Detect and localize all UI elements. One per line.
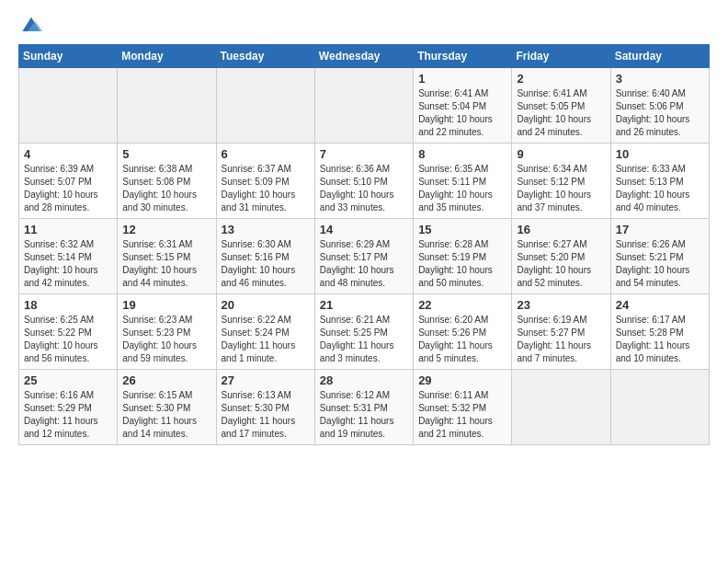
daylight-label: Daylight: 10 hours and 42 minutes. — [24, 265, 98, 288]
sunrise-label: Sunrise: 6:39 AM — [24, 164, 94, 174]
day-cell: 26 Sunrise: 6:15 AM Sunset: 5:30 PM Dayl… — [118, 370, 216, 445]
header — [18, 15, 710, 35]
sunrise-label: Sunrise: 6:34 AM — [517, 164, 586, 174]
sunset-label: Sunset: 5:04 PM — [418, 101, 486, 111]
daylight-label: Daylight: 11 hours and 7 minutes. — [517, 340, 591, 363]
day-info: Sunrise: 6:17 AM Sunset: 5:28 PM Dayligh… — [616, 314, 704, 365]
sunset-label: Sunset: 5:10 PM — [320, 177, 388, 187]
sunset-label: Sunset: 5:24 PM — [222, 327, 290, 338]
day-info: Sunrise: 6:15 AM Sunset: 5:30 PM Dayligh… — [122, 389, 210, 441]
day-number: 7 — [320, 147, 408, 161]
sunrise-label: Sunrise: 6:32 AM — [24, 239, 94, 249]
weekday-header-wednesday: Wednesday — [314, 45, 413, 68]
day-cell: 6 Sunrise: 6:37 AM Sunset: 5:09 PM Dayli… — [216, 144, 314, 219]
daylight-label: Daylight: 10 hours and 24 minutes. — [517, 114, 591, 137]
day-number: 27 — [222, 373, 310, 387]
sunset-label: Sunset: 5:13 PM — [616, 177, 684, 187]
day-info: Sunrise: 6:20 AM Sunset: 5:26 PM Dayligh… — [418, 314, 506, 365]
sunset-label: Sunset: 5:08 PM — [122, 177, 190, 187]
day-info: Sunrise: 6:26 AM Sunset: 5:21 PM Dayligh… — [616, 238, 704, 290]
day-number: 24 — [616, 298, 704, 312]
day-cell: 10 Sunrise: 6:33 AM Sunset: 5:13 PM Dayl… — [610, 144, 709, 219]
daylight-label: Daylight: 11 hours and 19 minutes. — [320, 416, 394, 439]
sunset-label: Sunset: 5:14 PM — [24, 252, 92, 262]
day-number: 1 — [418, 72, 506, 86]
day-cell — [512, 370, 610, 445]
sunset-label: Sunset: 5:25 PM — [320, 327, 388, 338]
day-number: 13 — [222, 223, 310, 236]
sunset-label: Sunset: 5:21 PM — [616, 252, 684, 262]
week-row-1: 1 Sunrise: 6:41 AM Sunset: 5:04 PM Dayli… — [19, 68, 710, 144]
daylight-label: Daylight: 11 hours and 17 minutes. — [222, 416, 296, 439]
daylight-label: Daylight: 10 hours and 22 minutes. — [418, 114, 493, 137]
day-number: 28 — [320, 373, 408, 387]
day-cell: 17 Sunrise: 6:26 AM Sunset: 5:21 PM Dayl… — [610, 219, 709, 294]
sunrise-label: Sunrise: 6:23 AM — [122, 315, 192, 325]
sunrise-label: Sunrise: 6:15 AM — [122, 390, 192, 400]
daylight-label: Daylight: 10 hours and 31 minutes. — [222, 190, 296, 213]
day-cell: 21 Sunrise: 6:21 AM Sunset: 5:25 PM Dayl… — [314, 294, 413, 370]
day-info: Sunrise: 6:34 AM Sunset: 5:12 PM Dayligh… — [517, 163, 605, 214]
day-number: 22 — [418, 298, 506, 312]
day-info: Sunrise: 6:30 AM Sunset: 5:16 PM Dayligh… — [222, 238, 310, 290]
day-number: 20 — [222, 298, 310, 312]
day-cell — [314, 68, 413, 144]
daylight-label: Daylight: 11 hours and 14 minutes. — [122, 416, 197, 439]
day-info: Sunrise: 6:23 AM Sunset: 5:23 PM Dayligh… — [122, 314, 210, 365]
day-number: 10 — [616, 147, 704, 161]
daylight-label: Daylight: 10 hours and 33 minutes. — [320, 190, 394, 213]
logo — [18, 15, 48, 35]
week-row-3: 11 Sunrise: 6:32 AM Sunset: 5:14 PM Dayl… — [19, 219, 710, 294]
sunrise-label: Sunrise: 6:13 AM — [222, 390, 291, 400]
day-cell: 9 Sunrise: 6:34 AM Sunset: 5:12 PM Dayli… — [512, 144, 610, 219]
day-number: 9 — [517, 147, 605, 161]
sunset-label: Sunset: 5:28 PM — [616, 327, 684, 338]
day-number: 5 — [122, 147, 210, 161]
sunset-label: Sunset: 5:17 PM — [320, 252, 388, 262]
daylight-label: Daylight: 10 hours and 30 minutes. — [122, 190, 197, 213]
day-number: 11 — [24, 223, 112, 236]
daylight-label: Daylight: 10 hours and 50 minutes. — [418, 265, 493, 288]
day-info: Sunrise: 6:27 AM Sunset: 5:20 PM Dayligh… — [517, 238, 605, 290]
day-number: 29 — [418, 373, 506, 387]
day-number: 3 — [616, 72, 704, 86]
page: SundayMondayTuesdayWednesdayThursdayFrid… — [0, 0, 728, 563]
sunrise-label: Sunrise: 6:41 AM — [517, 88, 586, 98]
day-number: 25 — [24, 373, 112, 387]
day-cell: 12 Sunrise: 6:31 AM Sunset: 5:15 PM Dayl… — [118, 219, 216, 294]
sunset-label: Sunset: 5:12 PM — [517, 177, 585, 187]
day-info: Sunrise: 6:29 AM Sunset: 5:17 PM Dayligh… — [320, 238, 408, 290]
day-cell: 4 Sunrise: 6:39 AM Sunset: 5:07 PM Dayli… — [19, 144, 118, 219]
day-info: Sunrise: 6:37 AM Sunset: 5:09 PM Dayligh… — [222, 163, 310, 214]
sunrise-label: Sunrise: 6:21 AM — [320, 315, 390, 325]
day-info: Sunrise: 6:11 AM Sunset: 5:32 PM Dayligh… — [418, 389, 506, 441]
weekday-header-sunday: Sunday — [19, 45, 118, 68]
sunrise-label: Sunrise: 6:11 AM — [418, 390, 488, 400]
day-number: 18 — [24, 298, 112, 312]
day-cell: 19 Sunrise: 6:23 AM Sunset: 5:23 PM Dayl… — [118, 294, 216, 370]
day-info: Sunrise: 6:40 AM Sunset: 5:06 PM Dayligh… — [616, 87, 704, 139]
day-cell: 1 Sunrise: 6:41 AM Sunset: 5:04 PM Dayli… — [414, 68, 512, 144]
day-cell: 27 Sunrise: 6:13 AM Sunset: 5:30 PM Dayl… — [216, 370, 314, 445]
daylight-label: Daylight: 11 hours and 3 minutes. — [320, 340, 394, 363]
day-info: Sunrise: 6:19 AM Sunset: 5:27 PM Dayligh… — [517, 314, 605, 365]
day-cell — [118, 68, 216, 144]
sunset-label: Sunset: 5:07 PM — [24, 177, 92, 187]
day-number: 4 — [24, 147, 112, 161]
week-row-4: 18 Sunrise: 6:25 AM Sunset: 5:22 PM Dayl… — [19, 294, 710, 370]
day-number: 19 — [122, 298, 210, 312]
week-row-5: 25 Sunrise: 6:16 AM Sunset: 5:29 PM Dayl… — [19, 370, 710, 445]
sunrise-label: Sunrise: 6:37 AM — [222, 164, 291, 174]
day-number: 6 — [222, 147, 310, 161]
daylight-label: Daylight: 10 hours and 52 minutes. — [517, 265, 591, 288]
sunset-label: Sunset: 5:29 PM — [24, 403, 92, 413]
day-cell: 14 Sunrise: 6:29 AM Sunset: 5:17 PM Dayl… — [314, 219, 413, 294]
day-number: 21 — [320, 298, 408, 312]
sunrise-label: Sunrise: 6:36 AM — [320, 164, 390, 174]
sunrise-label: Sunrise: 6:31 AM — [122, 239, 192, 249]
sunset-label: Sunset: 5:15 PM — [122, 252, 190, 262]
weekday-header-saturday: Saturday — [610, 45, 709, 68]
day-cell: 22 Sunrise: 6:20 AM Sunset: 5:26 PM Dayl… — [414, 294, 512, 370]
day-info: Sunrise: 6:16 AM Sunset: 5:29 PM Dayligh… — [24, 389, 112, 441]
day-info: Sunrise: 6:32 AM Sunset: 5:14 PM Dayligh… — [24, 238, 112, 290]
